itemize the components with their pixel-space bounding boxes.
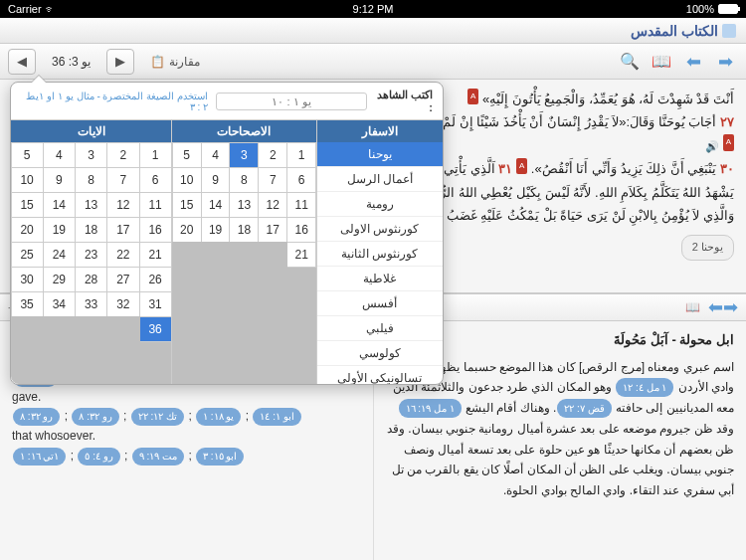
prev-arrow-icon[interactable]: ⬅: [680, 49, 706, 75]
book-item[interactable]: فيلبي: [317, 316, 443, 341]
verse-cell[interactable]: 19: [43, 217, 76, 243]
book-icon[interactable]: 📖: [685, 300, 700, 314]
note-badge[interactable]: A: [467, 89, 478, 104]
verse-cell[interactable]: 35: [11, 291, 44, 317]
verse-cell[interactable]: 12: [106, 192, 139, 218]
nav-back-button[interactable]: ◀: [8, 49, 36, 75]
book-item[interactable]: يوحنا: [317, 142, 443, 167]
chapter-cell[interactable]: 9: [201, 167, 231, 193]
ref-chip[interactable]: ابو ١٥: ٣: [196, 448, 244, 466]
verse-cell[interactable]: 34: [43, 291, 76, 317]
reference-picker-popover: اكتب الشاهد : استخدم الصيغة المختصرة - م…: [10, 82, 444, 385]
audio-icon[interactable]: 🔊: [705, 140, 719, 152]
chapter-cell[interactable]: 2: [258, 142, 287, 168]
dict-prev-icon[interactable]: ⬅: [708, 296, 723, 318]
chapter-cell[interactable]: 10: [172, 167, 202, 193]
verse-cell[interactable]: 3: [75, 142, 107, 168]
book-item[interactable]: تسالونيكي الأولى: [317, 366, 443, 384]
verse-cell[interactable]: 4: [43, 142, 76, 168]
ref-chip[interactable]: رو ٣٢: ٨: [72, 408, 118, 426]
ref-chip[interactable]: ١تي ١٦: ١: [13, 448, 66, 466]
verse-cell[interactable]: 6: [139, 167, 172, 193]
reference-input[interactable]: [216, 93, 367, 110]
book-item[interactable]: كورنثوس الثانية: [317, 242, 443, 267]
compare-button[interactable]: 📋 مقارنة: [140, 52, 210, 72]
ref-chip[interactable]: ١ مل ٤: ١٢: [616, 378, 673, 397]
verse-cell[interactable]: 24: [43, 242, 76, 268]
ref-chip[interactable]: تك ١٢: ٢٢: [131, 408, 184, 426]
verse-cell[interactable]: 11: [139, 192, 172, 218]
verse-cell[interactable]: 26: [139, 267, 172, 292]
verse-cell[interactable]: 17: [106, 217, 139, 243]
book-icon[interactable]: 📖: [649, 49, 674, 75]
verse-cell[interactable]: 16: [139, 217, 172, 243]
chapter-cell[interactable]: 13: [229, 192, 259, 218]
ref-chip[interactable]: رو ٤: ٥: [78, 448, 119, 466]
chapter-cell[interactable]: 11: [286, 192, 316, 218]
toolbar: ◀ يو 3: 36 ▶ 📋 مقارنة 🔍 📖 ⬅ ➡: [0, 44, 746, 80]
verse-cell[interactable]: 31: [139, 291, 172, 317]
chapter-cell[interactable]: 1: [286, 142, 316, 168]
dict-next-icon[interactable]: ➡: [723, 296, 738, 318]
next-arrow-icon[interactable]: ➡: [712, 49, 738, 75]
verse-cell[interactable]: 10: [11, 167, 44, 193]
chapter-cell[interactable]: 21: [286, 242, 316, 268]
ref-chip[interactable]: ابو ١: ١٤: [253, 408, 300, 426]
chapter-cell[interactable]: 3: [229, 142, 259, 168]
ref-chip[interactable]: قض ٧: ٢٢: [557, 399, 611, 418]
verse-cell[interactable]: 30: [11, 267, 44, 292]
book-item[interactable]: أعمال الرسل: [317, 167, 443, 192]
chapter-cell[interactable]: 17: [258, 217, 287, 243]
verse-cell[interactable]: 15: [11, 192, 44, 218]
verse-cell[interactable]: 2: [106, 142, 139, 168]
chapter-cell[interactable]: 15: [172, 192, 202, 218]
reference-display[interactable]: يو 3: 36: [42, 52, 100, 72]
chapter-cell[interactable]: 18: [229, 217, 259, 243]
verse-cell[interactable]: 13: [75, 192, 107, 218]
chapter-cell[interactable]: 7: [258, 167, 287, 193]
ref-chip[interactable]: رو ٣٢: ٨: [13, 408, 60, 426]
note-badge[interactable]: A: [516, 158, 527, 174]
verse-cell[interactable]: 25: [11, 242, 44, 268]
verse-cell[interactable]: 33: [75, 291, 107, 317]
verse-cell[interactable]: 20: [11, 217, 44, 243]
ref-chip[interactable]: مت ١٩: ٩: [132, 448, 184, 466]
chapter-cell[interactable]: 19: [201, 217, 231, 243]
verse-cell[interactable]: 7: [106, 167, 139, 193]
chapter-cell[interactable]: 16: [286, 217, 316, 243]
verse-cell[interactable]: 5: [11, 142, 44, 168]
verse-cell[interactable]: 9: [43, 167, 76, 193]
verse-cell[interactable]: 28: [75, 267, 107, 292]
verse-cell[interactable]: 22: [106, 242, 139, 268]
verse-cell[interactable]: 21: [139, 242, 172, 268]
book-item[interactable]: رومية: [317, 192, 443, 217]
chapter-cell[interactable]: 5: [172, 142, 202, 168]
chapter-cell[interactable]: 14: [201, 192, 231, 218]
chapter-cell[interactable]: 4: [201, 142, 231, 168]
verse-cell[interactable]: 32: [106, 291, 139, 317]
search-icon[interactable]: 🔍: [617, 49, 643, 75]
ref-chip[interactable]: يو ١٨: ١: [196, 408, 241, 426]
verse-cell[interactable]: 18: [75, 217, 107, 243]
chapter-cell[interactable]: 20: [172, 217, 202, 243]
chapter-cell[interactable]: 6: [286, 167, 316, 193]
app-title: الكتاب المقدس: [631, 23, 736, 39]
scripture-text: يَشْهَدُ اللهُ يَتَكَلَّمُ بِكَلاَمِ الل…: [423, 185, 734, 200]
verse-cell[interactable]: 8: [75, 167, 107, 193]
book-item[interactable]: أفسس: [317, 291, 443, 316]
verse-cell[interactable]: 27: [106, 267, 139, 292]
book-item[interactable]: غلاطية: [317, 267, 443, 291]
chapter-cell[interactable]: 12: [258, 192, 287, 218]
nav-forward-button[interactable]: ▶: [106, 49, 134, 75]
verse-cell[interactable]: 23: [75, 242, 107, 268]
verse-cell[interactable]: 14: [43, 192, 76, 218]
book-item[interactable]: كولوسي: [317, 341, 443, 366]
verse-cell[interactable]: 29: [43, 267, 76, 292]
chapter-cell[interactable]: 8: [229, 167, 259, 193]
verse-cell[interactable]: 36: [139, 316, 172, 342]
book-item[interactable]: كورنثوس الاولى: [317, 217, 443, 242]
verse-cell[interactable]: 1: [139, 142, 172, 168]
note-badge[interactable]: A: [723, 134, 734, 150]
ref-chip[interactable]: ١ مل ١٩: ١٦: [399, 399, 462, 418]
chapter-tag[interactable]: يوحنا 2: [681, 235, 734, 261]
